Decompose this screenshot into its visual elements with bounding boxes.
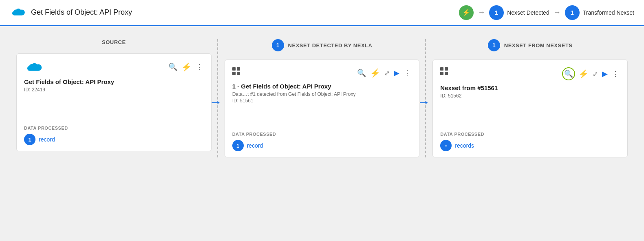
pipeline-arrow-2: → [554,8,561,17]
nexset-play-button[interactable]: ▶ [393,68,400,78]
salesforce-card-icon [24,61,44,74]
nexset-record-badge: 1 record [232,140,412,151]
nexset-from-data-processed-label: DATA PROCESSED [440,132,620,137]
card-nexset-from-top: 🔍 ⚡ ⤢ ▶ ⋮ [440,67,620,80]
nexset-more-button[interactable]: ⋮ [403,68,412,78]
column-nexset-detected: 1 NEXSET DETECTED BY NEXLA → 🔍 ⚡ ⤢ [218,39,426,157]
nexset-lightning-button[interactable]: ⚡ [369,67,381,79]
nexset-from-lightning-button[interactable]: ⚡ [578,68,589,80]
nexset-from-record-badge: - records [440,140,620,151]
header: Get Fields of Object: API Proxy ⚡ → 1 Ne… [0,0,644,26]
nexset-from-play-button[interactable]: ▶ [601,69,609,79]
grid-icon-nexset [232,67,240,75]
card-nexset-detected: 🔍 ⚡ ⤢ ▶ ⋮ 1 - Get Fields of Object: API … [225,60,420,157]
transformed-label: Transformed Nexset [583,9,634,16]
card-source-actions: 🔍 ⚡ ⋮ [168,61,204,73]
nexset-detected-badge: 1 [489,5,504,20]
card-source-top: 🔍 ⚡ ⋮ [24,61,204,74]
column-source-title: SOURCE [102,39,126,45]
salesforce-logo-icon [10,7,26,18]
nexset-detected-label: Nexset Detected [507,9,549,16]
card-nexset-from: 🔍 ⚡ ⤢ ▶ ⋮ Nexset from #51561 ID: 51562 D… [432,60,628,157]
source-record-circle: 1 [24,134,35,145]
nexset-from-card-id: ID: 51562 [440,93,620,99]
arrow-col1-col2: → [209,94,222,109]
nexset-from-card-bottom: DATA PROCESSED - records [440,125,620,151]
card-nexset-top: 🔍 ⚡ ⤢ ▶ ⋮ [232,67,412,79]
column-nexset-detected-title: NEXSET DETECTED BY NEXLA [288,42,373,49]
nexset-from-more-button[interactable]: ⋮ [611,69,620,79]
source-record-badge: 1 record [24,134,204,145]
trigger-badge: ⚡ [459,5,474,20]
lightning-icon: ⚡ [462,9,470,16]
card-nexset-from-actions: 🔍 ⚡ ⤢ ▶ ⋮ [562,67,620,80]
transformed-count: 1 [571,9,574,16]
nexset-record-circle: 1 [232,140,244,151]
page-title: Get Fields of Object: API Proxy [31,8,132,17]
columns-container: SOURCE 🔍 ⚡ ⋮ Get Fields of Object: API P… [10,39,634,157]
nexset-card-id: ID: 51561 [232,98,412,104]
pipeline-step-trigger: ⚡ [459,5,474,20]
nexset-search-button[interactable]: 🔍 [356,68,367,78]
source-card-name: Get Fields of Object: API Proxy [24,78,204,85]
column-nexset-from-header: 1 NEXSET FROM NEXSETS [432,39,628,51]
source-record-label: record [39,136,55,143]
nexset-from-search-button[interactable]: 🔍 [562,67,575,80]
nexset-from-record-circle: - [440,140,452,151]
source-card-id: ID: 22419 [24,87,204,93]
pipeline-steps: ⚡ → 1 Nexset Detected → 1 Transformed Ne… [459,5,634,20]
arrow-col2-col3: → [417,94,430,109]
nexset-card-bottom: DATA PROCESSED 1 record [232,125,412,151]
nexset-record-label: record [247,142,263,149]
source-card-bottom: DATA PROCESSED 1 record [24,119,204,145]
pipeline-step-transformed: 1 Transformed Nexset [565,5,634,20]
column-nexset-from: 1 NEXSET FROM NEXSETS → 🔍 ⚡ ⤢ [426,39,634,157]
nexset-from-card-name: Nexset from #51561 [440,84,620,91]
nexset-from-col-badge: 1 [488,39,500,51]
column-source-header: SOURCE [16,39,212,45]
card-nexset-actions: 🔍 ⚡ ⤢ ▶ ⋮ [356,67,412,79]
column-nexset-from-title: NEXSET FROM NEXSETS [504,42,573,49]
card-source: 🔍 ⚡ ⋮ Get Fields of Object: API Proxy ID… [16,53,212,151]
transformed-badge: 1 [565,5,580,20]
main-content: SOURCE 🔍 ⚡ ⋮ Get Fields of Object: API P… [0,26,644,170]
column-nexset-detected-header: 1 NEXSET DETECTED BY NEXLA [225,39,420,51]
nexset-data-processed-label: DATA PROCESSED [232,132,412,137]
source-search-button[interactable]: 🔍 [168,62,178,72]
source-data-processed-label: DATA PROCESSED [24,126,204,130]
source-lightning-button[interactable]: ⚡ [181,61,192,73]
column-source: SOURCE 🔍 ⚡ ⋮ Get Fields of Object: API P… [10,39,218,157]
nexset-detected-count: 1 [495,9,498,16]
source-more-button[interactable]: ⋮ [195,62,204,72]
nexset-card-name: 1 - Get Fields of Object: API Proxy [232,83,412,90]
nexset-from-transform-button[interactable]: ⤢ [592,69,599,79]
header-left: Get Fields of Object: API Proxy [10,7,132,18]
nexset-from-record-label: records [455,142,474,149]
pipeline-arrow-1: → [478,8,485,17]
nexset-card-description: Data…t #1 detected from Get Fields of Ob… [232,91,412,97]
nexset-transform-button[interactable]: ⤢ [384,69,390,78]
pipeline-step-nexset-detected: 1 Nexset Detected [489,5,549,20]
nexset-detected-col-badge: 1 [272,39,284,51]
grid-icon-nexset-from [440,67,448,75]
